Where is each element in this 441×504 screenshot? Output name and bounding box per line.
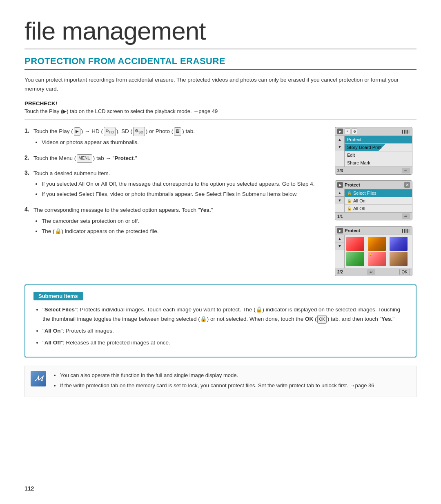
panel-2-up-arrow[interactable]: ▲ (335, 189, 344, 197)
step-1-content: Touch the Play (▶) → HD (⚙HD), SD (⚙SD) … (33, 127, 195, 148)
step-3-content: Touch a desired submenu item. If you sel… (33, 169, 314, 200)
panel-3-down-arrow[interactable]: ▼ (335, 242, 344, 250)
sd-icon: ⚙SD (133, 127, 145, 136)
panel-2-down-arrow[interactable]: ▼ (335, 197, 344, 204)
thumbnail-1[interactable] (346, 237, 364, 251)
note-icon: 𝓜 (31, 371, 46, 386)
step-3: 3. Touch a desired submenu item. If you … (24, 169, 323, 200)
step-4-bullet-1: The camcorder sets protection on or off. (42, 217, 213, 226)
selectfiles-bold: Select Files (45, 306, 75, 313)
panel-1-items: Protect Story-Board Print Edit Share Mar… (345, 136, 412, 167)
panel-1-icon-gear: ⚙ (352, 129, 357, 134)
play-icon: ▶ (74, 127, 80, 136)
panel-2-back-btn[interactable]: ↩ (402, 213, 410, 219)
panel-2-header: ▶ Protect ✕ (335, 181, 412, 189)
precheck-text: Touch the Play (▶) tab on the LCD screen… (24, 108, 416, 120)
page-number: 112 (24, 485, 34, 492)
protect-label: Protect (347, 137, 361, 142)
sharemark-label: Share Mark (347, 160, 370, 165)
step-1-bullet-1: Videos or photos appear as thumbnails. (42, 138, 195, 147)
panel-1-page-indicator: 2/3 (337, 169, 343, 173)
panel-1-item-edit[interactable]: Edit (345, 151, 412, 159)
step-3-bullets: If you selected All On or All Off, the m… (42, 180, 314, 199)
panel-3-ok-btn[interactable]: OK (399, 269, 410, 275)
select-files-icon: 🔒 (347, 191, 352, 195)
note-item-1: You can also operate this function in th… (60, 371, 374, 380)
thumbnail-6[interactable] (390, 252, 408, 266)
ui-panels-area: ▶ ≡ ⚙ ▐▐▐░ ▲ ▼ Protect (335, 127, 416, 276)
panel-3: ▶ Protect ▐▐▐░ ▲ ▼ 🔒 (335, 226, 412, 276)
step-4-bullets: The camcorder sets protection on or off.… (42, 217, 213, 236)
panel-1-item-sharemark[interactable]: Share Mark (345, 159, 412, 167)
all-off-label: All Off (353, 206, 365, 211)
step-4: 4. The corresponding message to the sele… (24, 206, 323, 237)
step-4-bullet-2: The (🔒) indicator appears on the protect… (42, 227, 213, 236)
panel-2-footer: 1/1 ↩ (335, 212, 412, 220)
panel-1-footer: 2/3 ↩ (335, 167, 412, 174)
step-2-number: 2. (24, 154, 33, 161)
panel-3-arrows: ▲ ▼ (335, 235, 345, 268)
menu-icon: MENU (77, 154, 92, 163)
panel-1-down-arrow[interactable]: ▼ (335, 143, 344, 151)
note-list: You can also operate this function in th… (52, 371, 374, 390)
panel-2-arrows: ▲ ▼ (335, 189, 345, 212)
submenu-section: Submenu items "Select Files": Protects i… (24, 284, 416, 357)
step-3-number: 3. (24, 169, 33, 176)
submenu-items: "Select Files": Protects individual imag… (33, 305, 408, 348)
panel-3-back-btn[interactable]: ↩ (367, 269, 375, 275)
panel-3-play-btn: ▶ (337, 228, 343, 233)
panel-3-footer: 2/2 ↩ OK (335, 268, 412, 276)
select-files-label: Select Files (353, 191, 376, 195)
note-section: 𝓜 You can also operate this function in … (24, 366, 416, 397)
panel-3-header: ▶ Protect ▐▐▐░ (335, 226, 412, 235)
ok-icon: OK (317, 315, 326, 324)
panel-1-arrows: ▲ ▼ (335, 136, 345, 167)
hd-icon: ⚙HD (104, 127, 116, 136)
panel-1-icons: ≡ ⚙ (345, 129, 357, 134)
all-on-label: All On (353, 198, 365, 203)
page-title: file management (24, 16, 416, 49)
main-content: 1. Touch the Play (▶) → HD (⚙HD), SD (⚙S… (24, 127, 416, 276)
panel-1-icon-list: ≡ (345, 129, 350, 134)
panel-2-item-alloff[interactable]: 🔓 All Off (345, 205, 412, 212)
panel-1-item-storyboard[interactable]: Story-Board Print (345, 144, 412, 151)
panel-1-item-protect[interactable]: Protect (345, 136, 412, 144)
submenu-title: Submenu items (33, 292, 83, 300)
thumbnail-2[interactable] (368, 237, 386, 251)
step-1-number: 1. (24, 127, 33, 134)
all-off-icon: 🔓 (347, 206, 352, 211)
panel-2-item-allon[interactable]: 🔒 All On (345, 197, 412, 205)
intro-text: You can protect important recordings fro… (24, 75, 416, 93)
step-3-bullet-2: If you selected Select Files, video or p… (42, 190, 314, 199)
thumbnail-4[interactable] (346, 252, 364, 266)
panel-1-up-arrow[interactable]: ▲ (335, 136, 344, 143)
allon-bold: All On (45, 328, 61, 334)
panel-1-back-btn[interactable]: ↩ (402, 168, 410, 173)
panel-2-body: ▲ ▼ 🔒 Select Files 🔒 All On 🔓 All Off (335, 189, 412, 212)
step-4-content: The corresponding message to the selecte… (33, 206, 213, 237)
alloff-bold: All Off (45, 340, 61, 346)
panel-2: ▶ Protect ✕ ▲ ▼ 🔒 Select Files 🔒 (335, 180, 412, 220)
panel-2-close-btn[interactable]: ✕ (404, 182, 410, 188)
panel-2-items: 🔒 Select Files 🔒 All On 🔓 All Off (345, 189, 412, 212)
thumbnail-3[interactable] (390, 237, 408, 251)
battery-icon: ▐▐▐░ (401, 130, 410, 133)
panel-1: ▶ ≡ ⚙ ▐▐▐░ ▲ ▼ Protect (335, 127, 412, 175)
panel-1-body: ▲ ▼ Protect Story-Board Print Edit Share… (335, 136, 412, 167)
all-on-icon: 🔒 (347, 199, 352, 203)
panel-2-item-selectfiles[interactable]: 🔒 Select Files (345, 189, 412, 197)
storyboard-label: Story-Board Print (347, 145, 381, 150)
panel-2-play-btn: ▶ (337, 182, 343, 188)
step-2-content: Touch the Menu (MENU) tab → "Protect." (33, 154, 137, 163)
panel-2-page-indicator: 1/1 (337, 214, 343, 219)
step-1: 1. Touch the Play (▶) → HD (⚙HD), SD (⚙S… (24, 127, 323, 148)
photo-icon: 🖼 (174, 127, 181, 136)
panel-3-body: ▲ ▼ 🔒 (335, 235, 412, 268)
thumbnail-5[interactable]: 🔒 (368, 252, 386, 266)
step-2: 2. Touch the Menu (MENU) tab → "Protect.… (24, 154, 323, 163)
submenu-item-alloff: "All Off": Releases all the protected im… (42, 338, 408, 348)
edit-label: Edit (347, 153, 355, 158)
panel-3-up-arrow[interactable]: ▲ (335, 235, 344, 242)
panel-3-title: Protect (345, 228, 360, 233)
precheck-label: PRECHECK! (24, 100, 416, 107)
